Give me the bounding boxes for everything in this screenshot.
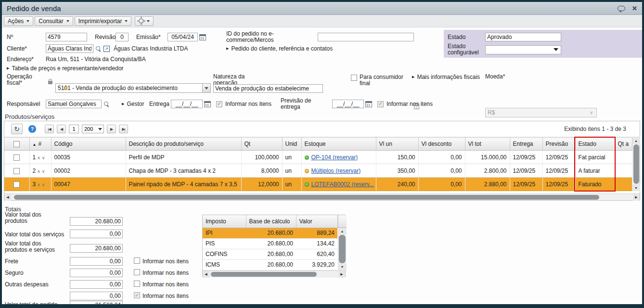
toggle-tabela-precos[interactable]: ▶Tabela de preços e representante/vended… [7,65,124,72]
column-header-entrega[interactable]: Entrega [510,138,542,151]
column-header-vltot[interactable]: Vl tot [465,138,510,151]
seguro-input[interactable] [70,269,123,277]
row-checkbox[interactable] [13,154,20,161]
column-header-valor[interactable]: Valor [296,215,337,228]
scroll-left-icon[interactable]: ◀ [4,194,11,201]
table-row[interactable]: 1∧∨ 00035 Perfil de MDP 100,0000 un OP-1… [4,151,632,164]
tax-row[interactable]: PIS 20.680,00 134,42 [203,238,337,249]
search-icon[interactable] [103,101,110,107]
responsavel-input[interactable] [46,100,102,108]
move-up-icon[interactable]: ∧ [37,182,40,187]
search-icon[interactable] [95,46,102,52]
outras-informar-checkbox[interactable] [134,281,140,287]
cliente-input[interactable] [46,44,93,53]
column-header-descricao[interactable]: Descrição do produto/serviço [126,138,241,151]
move-down-icon[interactable]: ∨ [42,182,45,187]
page-number-input[interactable] [69,125,79,133]
column-header-previsao[interactable]: Previsão [542,138,575,151]
calendar-icon[interactable] [204,101,211,107]
help-icon[interactable]: ? [28,125,36,133]
products-vertical-scrollbar[interactable]: ▲ ▼ [632,137,640,191]
total-pedido-input[interactable] [70,301,123,304]
column-header-num[interactable]: ▲# [29,138,51,151]
desconto-input[interactable] [70,292,123,300]
page-size-select[interactable]: 200 [82,125,104,133]
frete-input[interactable] [70,257,123,266]
estoque-link[interactable]: LOTEFAB0002 (reserv... [311,181,374,188]
row-checkbox[interactable] [13,168,20,174]
outras-despesas-input[interactable] [70,280,123,289]
toggle-mais-informacoes-fiscais[interactable]: ▶Mais informações fiscais [412,74,480,80]
column-header-qt[interactable]: Qt [241,138,282,151]
taxes-horizontal-scrollbar[interactable]: ◀ ▶ [203,270,345,278]
select-all-checkbox[interactable] [13,141,20,147]
table-row[interactable]: 2∧∨ 00002 Chapa de MDP - 3 camadas 4 x 2… [4,164,632,178]
consumidor-final-checkbox[interactable] [351,75,357,81]
move-down-icon[interactable]: ∨ [42,169,45,174]
previsao-date-input[interactable] [332,100,364,108]
next-page-button[interactable]: ▶ [107,125,116,133]
open-external-icon[interactable]: ↗ [103,46,110,52]
close-icon[interactable]: ✕ [632,5,637,12]
prev-page-button[interactable]: ◀ [57,125,66,133]
frete-informar-checkbox[interactable] [134,257,140,264]
move-up-icon[interactable]: ∧ [37,169,40,174]
scrollbar-thumb[interactable] [211,272,317,277]
estado-configuravel-select[interactable] [485,45,561,54]
row-checkbox[interactable] [13,181,20,188]
table-row-selected[interactable]: 3∧∨ 00047 Painel ripado de MDP - 4 camad… [4,178,632,191]
column-header-base[interactable]: Base de cálculo [246,215,296,228]
tax-row[interactable]: ICMS 20.680,00 3.929,20 [203,259,337,270]
column-header-vlun[interactable]: Vl un [376,138,418,151]
calendar-icon[interactable] [365,101,372,107]
ecommerce-id-input[interactable] [318,33,414,41]
toggle-pedido-cliente[interactable]: ▶Pedido do cliente, referência e contato… [226,45,333,52]
last-page-button[interactable]: ▶| [119,125,128,133]
refresh-button[interactable]: ↻ [11,124,23,134]
emissao-input[interactable] [167,33,198,41]
estoque-link[interactable]: Múltiplos (reservar) [311,167,361,174]
consultar-menu-button[interactable]: Consultar [35,16,73,26]
numero-input[interactable] [46,33,87,41]
tax-row[interactable]: COFINS 20.680,00 620,40 [203,249,337,259]
total-produtos-input[interactable] [70,217,123,226]
natureza-operacao-input[interactable] [213,84,323,93]
dropdown-button[interactable] [202,84,210,92]
scroll-up-icon[interactable]: ▲ [338,228,347,234]
estoque-link[interactable]: OP-104 (reservar) [311,154,358,161]
entrega-date-input[interactable] [171,100,203,108]
acoes-menu-button[interactable]: Ações [4,16,33,26]
edit-pencil-icon[interactable]: ✎ [62,86,68,91]
scrollbar-thumb[interactable] [14,195,599,200]
column-header-estado[interactable]: Estado [575,138,615,151]
revisao-input[interactable] [116,33,129,41]
calendar-icon[interactable] [199,34,206,40]
scroll-down-icon[interactable]: ▼ [632,184,640,191]
products-horizontal-scrollbar[interactable]: ◀ ▶ [4,193,640,200]
operacao-fiscal-select[interactable]: 5101 - Venda de produção do estabelecime… [55,83,211,93]
column-header-codigo[interactable]: Código [51,138,126,151]
settings-menu-button[interactable] [135,16,154,26]
scroll-up-icon[interactable]: ▲ [632,137,640,144]
scroll-right-icon[interactable]: ▶ [338,271,345,278]
column-header-qta[interactable]: Qt a [615,138,632,151]
column-header-vldesconto[interactable]: Vl desconto [418,138,465,151]
column-header-unid[interactable]: Unid [282,138,301,151]
scroll-left-icon[interactable]: ◀ [203,271,209,278]
scroll-right-icon[interactable]: ▶ [633,194,640,201]
toggle-gestor[interactable]: ▶Gestor [122,101,144,107]
comment-icon[interactable] [618,6,625,11]
tax-row-selected[interactable]: IPI 20.680,00 889,24 [203,228,337,238]
column-header-estoque[interactable]: Estoque [301,138,376,151]
move-down-icon[interactable]: ∨ [42,155,45,160]
first-page-button[interactable]: |◀ [45,125,54,133]
total-prod-serv-input[interactable] [70,244,123,253]
scrollbar-thumb[interactable] [339,235,346,263]
move-up-icon[interactable]: ∧ [37,155,40,160]
scrollbar-thumb[interactable] [633,144,639,184]
seguro-informar-checkbox[interactable] [134,269,140,275]
taxes-vertical-scrollbar[interactable]: ▲ ▼ [338,228,347,270]
column-header-imposto[interactable]: Imposto [203,215,246,228]
scroll-down-icon[interactable]: ▼ [338,264,347,270]
estado-input[interactable] [485,33,561,41]
